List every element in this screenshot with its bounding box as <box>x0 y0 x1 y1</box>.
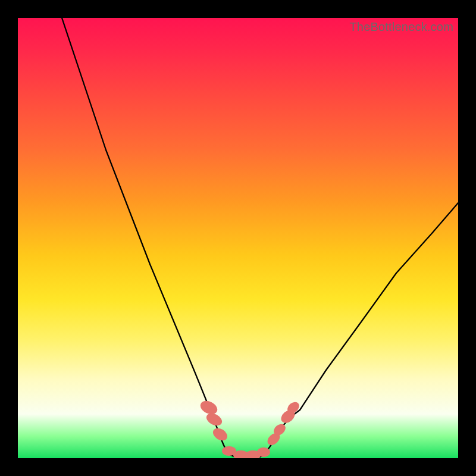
chart-frame: TheBottleneck.com <box>0 0 476 476</box>
trough-markers <box>198 398 301 458</box>
curve-overlay <box>18 18 458 458</box>
plot-area: TheBottleneck.com <box>18 18 458 458</box>
svg-point-6 <box>257 447 270 457</box>
svg-point-2 <box>211 425 230 443</box>
bottleneck-curve <box>62 18 458 458</box>
